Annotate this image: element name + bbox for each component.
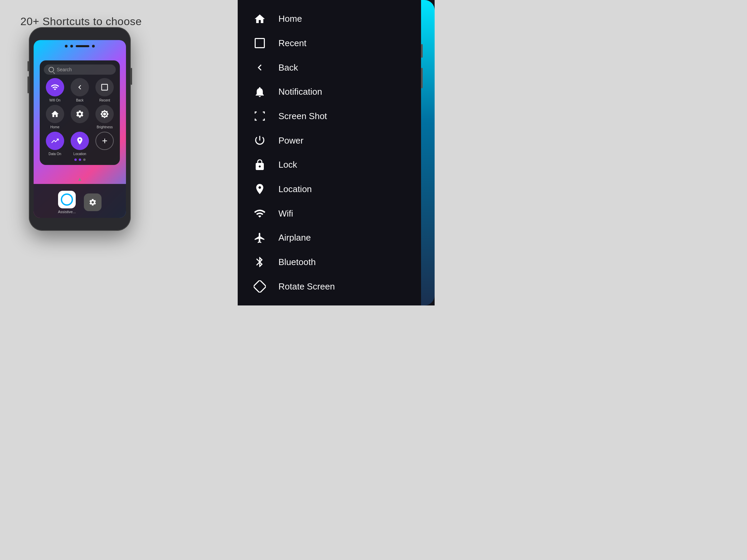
shortcut-cell-data[interactable]: Data On: [44, 132, 66, 156]
headline: 20+ Shortcuts to choose: [20, 15, 142, 28]
volume-down-button: [28, 76, 29, 93]
right-edge-glow: [421, 0, 435, 305]
list-item-power[interactable]: Power: [251, 133, 419, 148]
shortcut-cell-wifi[interactable]: Wifi On: [44, 78, 66, 102]
left-phone: Search Wifi On: [29, 27, 131, 231]
brightness-button[interactable]: [95, 105, 114, 123]
list-item-bluetooth[interactable]: Bluetooth: [251, 255, 419, 269]
settings-button[interactable]: [71, 105, 89, 123]
add-button[interactable]: +: [95, 132, 114, 150]
right-side-btn1: [421, 44, 423, 58]
camera-dot: [70, 45, 73, 48]
shortcut-grid: Wifi On Back: [44, 78, 116, 156]
settings-app-icon[interactable]: [84, 193, 102, 211]
list-item-recent[interactable]: Recent: [251, 36, 419, 51]
bluetooth-list-label: Bluetooth: [278, 257, 316, 267]
bluetooth-icon: [251, 256, 268, 268]
home-label: Home: [50, 125, 59, 129]
page-dots: [44, 158, 116, 161]
wifi-icon: [251, 207, 268, 220]
list-item-screenshot[interactable]: Screen Shot: [251, 109, 419, 124]
list-item-back[interactable]: Back: [251, 60, 419, 75]
wifi-button[interactable]: [46, 78, 64, 96]
svg-rect-2: [254, 280, 266, 293]
airplane-list-label: Airplane: [278, 232, 311, 243]
lock-list-label: Lock: [278, 160, 297, 170]
airplane-icon: [251, 232, 268, 244]
data-label: Data On: [49, 152, 61, 156]
chevron-up-icon: ▲: [77, 176, 83, 182]
speaker: [76, 45, 89, 47]
search-bar[interactable]: Search: [44, 64, 116, 75]
brightness-label: Brightness: [97, 125, 113, 129]
location-button[interactable]: [71, 132, 89, 150]
phone-screen: Search Wifi On: [34, 40, 126, 218]
search-icon: [49, 67, 54, 72]
camera-dot: [65, 45, 68, 48]
shortcut-cell-settings[interactable]: [69, 105, 91, 129]
list-item-wifi[interactable]: Wifi: [251, 206, 419, 221]
recent-button[interactable]: [95, 78, 114, 96]
dot-1: [74, 158, 77, 161]
list-item-home[interactable]: Home: [251, 12, 419, 26]
shortcut-cell-recent[interactable]: Recent: [94, 78, 116, 102]
home-list-label: Home: [278, 14, 302, 24]
list-item-airplane[interactable]: Airplane: [251, 230, 419, 245]
camera-dot: [92, 45, 95, 48]
location-icon: [251, 183, 268, 195]
right-phone-shell: Home Recent Back: [238, 0, 435, 305]
right-phone: Home Recent Back: [238, 0, 435, 305]
list-item-rotate[interactable]: Rotate Screen: [251, 279, 419, 294]
recent-list-label: Recent: [278, 38, 306, 49]
location-label: Location: [73, 152, 86, 156]
camera-row: [65, 45, 95, 48]
power-list-label: Power: [278, 135, 304, 146]
assistive-menu: Search Wifi On: [40, 60, 120, 165]
assistive-icon-inner: [61, 193, 73, 206]
notification-icon: [251, 86, 268, 98]
data-button[interactable]: [46, 132, 64, 150]
svg-rect-1: [255, 39, 265, 48]
list-item-location[interactable]: Location: [251, 182, 419, 197]
shortcut-cell-home[interactable]: Home: [44, 105, 66, 129]
shortcut-cell-back[interactable]: Back: [69, 78, 91, 102]
shortcut-cell-brightness[interactable]: Brightness: [94, 105, 116, 129]
app-icon-row: Assistive...: [58, 191, 102, 214]
dot-2: [79, 158, 81, 161]
svg-rect-0: [102, 84, 108, 90]
list-item-lock[interactable]: Lock: [251, 157, 419, 172]
dot-3: [83, 158, 86, 161]
lock-icon: [251, 159, 268, 171]
power-button: [131, 68, 132, 85]
power-icon: [251, 134, 268, 147]
recent-label: Recent: [99, 98, 110, 102]
notification-list-label: Notification: [278, 87, 322, 97]
right-side-btn2: [421, 68, 423, 88]
list-item-notification[interactable]: Notification: [251, 85, 419, 99]
home-icon: [251, 13, 268, 25]
back-list-label: Back: [278, 62, 298, 73]
back-label: Back: [76, 98, 84, 102]
wifi-label: Wifi On: [49, 98, 60, 102]
shortcut-cell-add[interactable]: +: [94, 132, 116, 156]
assistive-app-icon[interactable]: [58, 191, 76, 208]
recent-icon: [251, 37, 268, 49]
assistive-label: Assistive...: [58, 210, 76, 214]
bottom-bar: Assistive...: [34, 184, 126, 218]
volume-up-button: [28, 61, 29, 71]
wifi-list-label: Wifi: [278, 208, 293, 219]
rotate-icon: [251, 280, 268, 293]
screenshot-list-label: Screen Shot: [278, 111, 327, 122]
shortcut-cell-location[interactable]: Location: [69, 132, 91, 156]
home-button[interactable]: [46, 105, 64, 123]
shortcut-list: Home Recent Back: [238, 0, 419, 305]
screenshot-icon: [251, 110, 268, 122]
location-list-label: Location: [278, 184, 312, 194]
rotate-list-label: Rotate Screen: [278, 281, 335, 292]
back-button[interactable]: [71, 78, 89, 96]
back-icon: [251, 61, 268, 74]
phone-shell-left: Search Wifi On: [29, 27, 131, 231]
search-placeholder: Search: [57, 67, 72, 72]
